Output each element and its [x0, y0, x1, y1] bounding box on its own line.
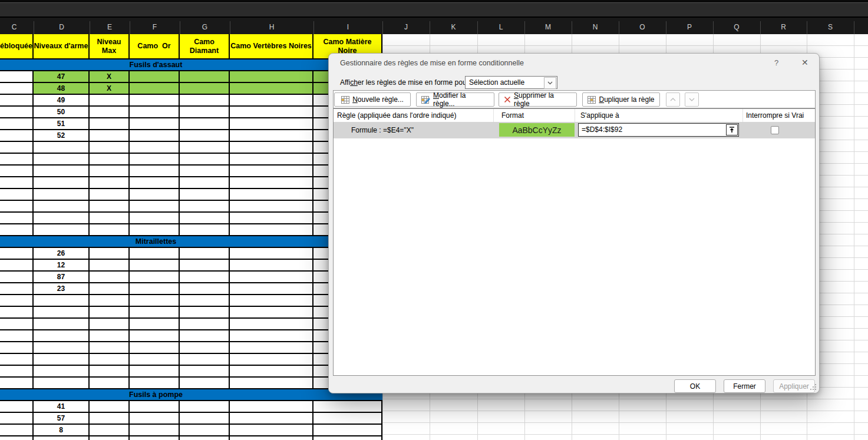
- sheet-cell[interactable]: 50: [34, 107, 90, 118]
- sheet-header-cell[interactable]: Niveaux d'arme: [34, 34, 90, 59]
- sheet-cell[interactable]: [230, 248, 313, 260]
- sheet-cell[interactable]: [130, 118, 180, 130]
- sheet-cell[interactable]: [0, 224, 34, 236]
- sheet-cell[interactable]: [34, 378, 90, 389]
- duplicate-rule-button[interactable]: Dupliquer la règle: [582, 92, 660, 107]
- sheet-cell[interactable]: [180, 107, 230, 118]
- sheet-cell[interactable]: 41: [34, 401, 90, 413]
- sheet-cell[interactable]: [90, 283, 130, 295]
- sheet-cell[interactable]: [34, 354, 90, 366]
- sheet-cell[interactable]: [130, 224, 180, 236]
- sheet-cell[interactable]: [180, 177, 230, 189]
- collapse-dialog-icon[interactable]: [726, 124, 738, 135]
- sheet-cell[interactable]: [230, 436, 313, 440]
- sheet-cell[interactable]: [34, 319, 90, 330]
- sheet-cell[interactable]: [230, 366, 313, 378]
- sheet-cell[interactable]: [90, 272, 130, 283]
- sheet-cell[interactable]: [130, 142, 180, 154]
- sheet-cell[interactable]: [0, 330, 34, 342]
- column-header-G[interactable]: G: [202, 23, 207, 31]
- sheet-cell[interactable]: [0, 436, 34, 440]
- sheet-cell[interactable]: [180, 154, 230, 166]
- sheet-cell[interactable]: [230, 413, 313, 425]
- sheet-cell[interactable]: [130, 436, 180, 440]
- sheet-cell[interactable]: 49: [34, 95, 90, 107]
- sheet-cell[interactable]: [90, 401, 130, 413]
- sheet-cell[interactable]: [180, 83, 230, 95]
- stop-if-true-checkbox[interactable]: [771, 126, 779, 134]
- sheet-cell[interactable]: [313, 436, 382, 440]
- sheet-cell[interactable]: [34, 342, 90, 354]
- sheet-cell[interactable]: [0, 272, 34, 283]
- sheet-cell[interactable]: [90, 436, 130, 440]
- sheet-cell[interactable]: [130, 260, 180, 272]
- column-header-C[interactable]: C: [12, 23, 17, 31]
- sheet-cell[interactable]: 52: [34, 130, 90, 142]
- sheet-cell[interactable]: [0, 201, 34, 213]
- sheet-cell[interactable]: 48: [34, 83, 90, 95]
- sheet-cell[interactable]: [180, 436, 230, 440]
- section-header[interactable]: Mitraillettes: [0, 236, 382, 248]
- sheet-cell[interactable]: [130, 130, 180, 142]
- sheet-cell[interactable]: [230, 425, 313, 436]
- sheet-cell[interactable]: [0, 401, 34, 413]
- sheet-cell[interactable]: [180, 260, 230, 272]
- sheet-cell[interactable]: [130, 272, 180, 283]
- sheet-cell[interactable]: [90, 189, 130, 201]
- sheet-cell[interactable]: [130, 107, 180, 118]
- sheet-cell[interactable]: [230, 295, 313, 307]
- new-rule-button[interactable]: Nouvelle règle...: [334, 92, 411, 107]
- sheet-cell[interactable]: [90, 307, 130, 319]
- sheet-cell[interactable]: [0, 177, 34, 189]
- sheet-cell[interactable]: [0, 319, 34, 330]
- sheet-cell[interactable]: [130, 342, 180, 354]
- sheet-cell[interactable]: [0, 189, 34, 201]
- sheet-cell[interactable]: [0, 366, 34, 378]
- column-header-M[interactable]: M: [545, 23, 551, 31]
- sheet-cell[interactable]: [34, 189, 90, 201]
- sheet-header-cell[interactable]: Camo Diamant: [180, 34, 230, 59]
- sheet-cell[interactable]: [180, 95, 230, 107]
- sheet-cell[interactable]: [0, 83, 34, 95]
- sheet-cell[interactable]: [0, 213, 34, 224]
- sheet-cell[interactable]: [34, 201, 90, 213]
- sheet-cell[interactable]: [230, 142, 313, 154]
- sheet-cell[interactable]: [0, 260, 34, 272]
- sheet-cell[interactable]: [230, 342, 313, 354]
- sheet-cell[interactable]: [130, 307, 180, 319]
- sheet-cell[interactable]: [0, 342, 34, 354]
- column-header-D[interactable]: D: [59, 23, 64, 31]
- sheet-cell[interactable]: [90, 330, 130, 342]
- sheet-cell[interactable]: [230, 166, 313, 177]
- sheet-cell[interactable]: [230, 213, 313, 224]
- sheet-cell[interactable]: [34, 295, 90, 307]
- sheet-cell[interactable]: [130, 319, 180, 330]
- sheet-cell[interactable]: [130, 413, 180, 425]
- sheet-cell[interactable]: [34, 154, 90, 166]
- sheet-cell[interactable]: [230, 177, 313, 189]
- sheet-cell[interactable]: [230, 354, 313, 366]
- sheet-cell[interactable]: [90, 295, 130, 307]
- sheet-cell[interactable]: [90, 366, 130, 378]
- formula-bar[interactable]: [0, 2, 868, 18]
- sheet-cell[interactable]: [90, 118, 130, 130]
- rule-row[interactable]: Formule : =$E4="X" AaBbCcYyZz =$D$4:$I$9…: [334, 122, 815, 138]
- sheet-cell[interactable]: [0, 295, 34, 307]
- sheet-cell[interactable]: [180, 425, 230, 436]
- sheet-cell[interactable]: [0, 118, 34, 130]
- sheet-cell[interactable]: [130, 378, 180, 389]
- sheet-cell[interactable]: [90, 319, 130, 330]
- sheet-cell[interactable]: [130, 166, 180, 177]
- sheet-cell[interactable]: [130, 425, 180, 436]
- sheet-cell[interactable]: [130, 95, 180, 107]
- sheet-cell[interactable]: [230, 189, 313, 201]
- sheet-cell[interactable]: [230, 260, 313, 272]
- sheet-cell[interactable]: [130, 154, 180, 166]
- sheet-cell[interactable]: [313, 413, 382, 425]
- move-rule-down-button[interactable]: [685, 92, 699, 107]
- sheet-cell[interactable]: [0, 142, 34, 154]
- column-header-K[interactable]: K: [451, 23, 456, 31]
- sheet-cell[interactable]: 23: [34, 283, 90, 295]
- sheet-cell[interactable]: [0, 413, 34, 425]
- sheet-cell[interactable]: [180, 378, 230, 389]
